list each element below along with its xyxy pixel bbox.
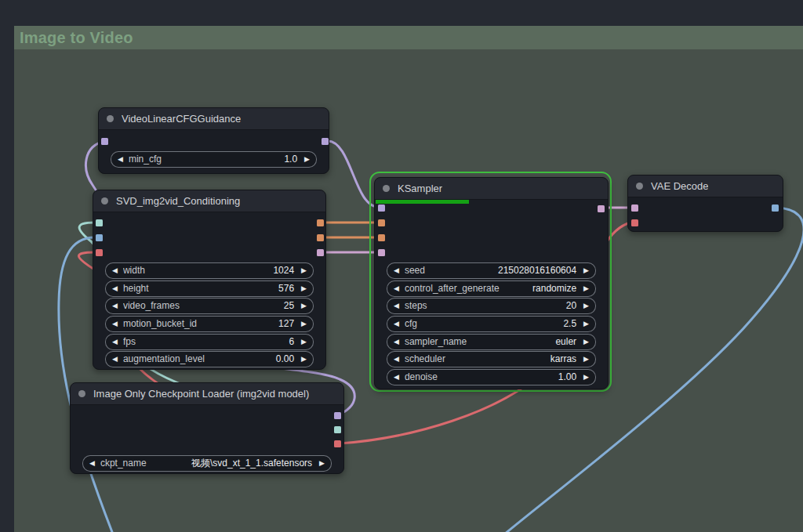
node-title-bar[interactable]: Image Only Checkpoint Loader (img2vid mo… xyxy=(71,383,343,405)
node-graph-canvas[interactable]: Image to Video VideoLinearCFGGuidance ◀ … xyxy=(0,0,803,532)
decrement-arrow-icon[interactable]: ◀ xyxy=(394,370,399,385)
widget-label: fps xyxy=(123,335,289,349)
input-slot-negative[interactable] xyxy=(378,234,385,241)
increment-arrow-icon[interactable]: ▶ xyxy=(583,299,589,313)
output-slot-image[interactable] xyxy=(772,204,779,212)
widget-value: 0.00 xyxy=(276,352,294,367)
widget-min-cfg[interactable]: ◀ min_cfg 1.0 ▶ xyxy=(111,151,317,168)
decrement-arrow-icon[interactable]: ◀ xyxy=(112,352,118,367)
increment-arrow-icon[interactable]: ▶ xyxy=(301,263,307,278)
widget-scheduler[interactable]: ◀ scheduler karras ▶ xyxy=(387,351,596,367)
widget-seed[interactable]: ◀ seed 215028016160604 ▶ xyxy=(387,262,596,279)
increment-arrow-icon[interactable]: ▶ xyxy=(583,317,589,331)
decrement-arrow-icon[interactable]: ◀ xyxy=(394,299,399,313)
widget-sampler-name[interactable]: ◀ sampler_name euler ▶ xyxy=(387,334,596,350)
widget-video-frames[interactable]: ◀ video_frames 25 ▶ xyxy=(105,298,314,314)
output-slot-negative[interactable] xyxy=(317,234,324,241)
decrement-arrow-icon[interactable]: ◀ xyxy=(394,335,399,349)
decrement-arrow-icon[interactable]: ◀ xyxy=(112,281,118,296)
increment-arrow-icon[interactable]: ▶ xyxy=(319,456,325,471)
widget-value: 1.0 xyxy=(284,152,297,167)
decrement-arrow-icon[interactable]: ◀ xyxy=(394,352,399,367)
widget-label: augmentation_level xyxy=(123,352,276,367)
output-slot-positive[interactable] xyxy=(317,219,324,226)
node-collapse-dot[interactable] xyxy=(107,115,114,122)
node-title-bar[interactable]: VAE Decode xyxy=(628,176,783,197)
widget-ckpt-name[interactable]: ◀ ckpt_name 视频\svd_xt_1_1.safetensors ▶ xyxy=(82,455,332,472)
widget-label: width xyxy=(123,263,273,278)
decrement-arrow-icon[interactable]: ◀ xyxy=(112,317,118,331)
input-slot-model[interactable] xyxy=(378,204,385,212)
output-slot-model[interactable] xyxy=(322,138,329,145)
widget-value: 1.00 xyxy=(558,370,576,385)
node-title-bar[interactable]: SVD_img2vid_Conditioning xyxy=(93,190,325,212)
input-slot-positive[interactable] xyxy=(378,219,385,226)
increment-arrow-icon[interactable]: ▶ xyxy=(301,352,307,367)
node-vae-decode[interactable]: VAE Decode xyxy=(627,175,783,232)
increment-arrow-icon[interactable]: ▶ xyxy=(301,299,307,313)
widget-value: 2.5 xyxy=(563,317,576,331)
increment-arrow-icon[interactable]: ▶ xyxy=(301,317,307,331)
widget-label: motion_bucket_id xyxy=(123,317,278,331)
decrement-arrow-icon[interactable]: ◀ xyxy=(118,152,123,167)
increment-arrow-icon[interactable]: ▶ xyxy=(583,263,589,278)
increment-arrow-icon[interactable]: ▶ xyxy=(301,335,307,349)
decrement-arrow-icon[interactable]: ◀ xyxy=(112,263,118,278)
increment-arrow-icon[interactable]: ▶ xyxy=(583,335,589,349)
input-slot-vae[interactable] xyxy=(631,219,638,226)
decrement-arrow-icon[interactable]: ◀ xyxy=(112,299,118,313)
node-collapse-dot[interactable] xyxy=(636,183,643,190)
node-svd-img2vid-conditioning[interactable]: SVD_img2vid_Conditioning ◀ width 1024 ▶ … xyxy=(93,190,326,370)
widget-height[interactable]: ◀ height 576 ▶ xyxy=(105,280,314,297)
node-collapse-dot[interactable] xyxy=(101,197,108,204)
widget-value: 20 xyxy=(566,299,576,313)
widget-value: euler xyxy=(555,335,576,349)
widget-label: cfg xyxy=(405,317,563,331)
widget-cfg[interactable]: ◀ cfg 2.5 ▶ xyxy=(387,316,596,332)
node-image-only-checkpoint-loader[interactable]: Image Only Checkpoint Loader (img2vid mo… xyxy=(70,382,344,474)
input-slot-model[interactable] xyxy=(101,138,108,145)
output-slot-vae[interactable] xyxy=(334,440,341,447)
node-title: SVD_img2vid_Conditioning xyxy=(116,195,240,207)
node-collapse-dot[interactable] xyxy=(78,390,85,397)
widget-label: scheduler xyxy=(405,352,550,367)
input-slot-vae[interactable] xyxy=(96,249,103,256)
node-collapse-dot[interactable] xyxy=(383,185,390,192)
decrement-arrow-icon[interactable]: ◀ xyxy=(394,263,399,278)
widget-width[interactable]: ◀ width 1024 ▶ xyxy=(105,262,314,279)
node-ksampler[interactable]: KSampler ◀ seed 215028016160604 ▶ ◀ cont… xyxy=(374,177,609,389)
output-slot-model[interactable] xyxy=(334,412,341,419)
increment-arrow-icon[interactable]: ▶ xyxy=(583,281,589,296)
widget-steps[interactable]: ◀ steps 20 ▶ xyxy=(387,298,596,314)
widget-augmentation-level[interactable]: ◀ augmentation_level 0.00 ▶ xyxy=(105,351,314,367)
widget-fps[interactable]: ◀ fps 6 ▶ xyxy=(105,334,314,350)
decrement-arrow-icon[interactable]: ◀ xyxy=(394,281,399,296)
decrement-arrow-icon[interactable]: ◀ xyxy=(112,335,118,349)
node-video-linear-cfg-guidance[interactable]: VideoLinearCFGGuidance ◀ min_cfg 1.0 ▶ xyxy=(98,107,329,174)
widget-label: min_cfg xyxy=(129,152,284,167)
node-title-bar[interactable]: KSampler xyxy=(375,178,608,200)
input-slot-samples[interactable] xyxy=(631,204,638,212)
widget-value: 576 xyxy=(278,281,294,296)
decrement-arrow-icon[interactable]: ◀ xyxy=(89,456,95,471)
increment-arrow-icon[interactable]: ▶ xyxy=(304,152,310,167)
widget-value: 1024 xyxy=(273,263,294,278)
node-title-bar[interactable]: VideoLinearCFGGuidance xyxy=(99,108,329,130)
input-slot-clip-vision[interactable] xyxy=(96,219,103,226)
increment-arrow-icon[interactable]: ▶ xyxy=(583,352,589,367)
output-slot-latent[interactable] xyxy=(598,205,605,212)
increment-arrow-icon[interactable]: ▶ xyxy=(301,281,307,296)
widget-label: sampler_name xyxy=(405,335,555,349)
decrement-arrow-icon[interactable]: ◀ xyxy=(394,317,399,331)
output-slot-clip-vision[interactable] xyxy=(334,426,341,433)
input-slot-init-image[interactable] xyxy=(96,234,103,241)
node-title: VideoLinearCFGGuidance xyxy=(122,113,241,125)
output-slot-latent[interactable] xyxy=(317,249,324,256)
increment-arrow-icon[interactable]: ▶ xyxy=(583,370,589,385)
widget-value: randomize xyxy=(532,281,576,296)
widget-motion-bucket-id[interactable]: ◀ motion_bucket_id 127 ▶ xyxy=(105,316,314,332)
widget-denoise[interactable]: ◀ denoise 1.00 ▶ xyxy=(387,369,596,385)
widget-control-after-generate[interactable]: ◀ control_after_generate randomize ▶ xyxy=(387,280,596,297)
input-slot-latent-image[interactable] xyxy=(378,249,385,256)
widget-value: 视频\svd_xt_1_1.safetensors xyxy=(191,456,312,471)
